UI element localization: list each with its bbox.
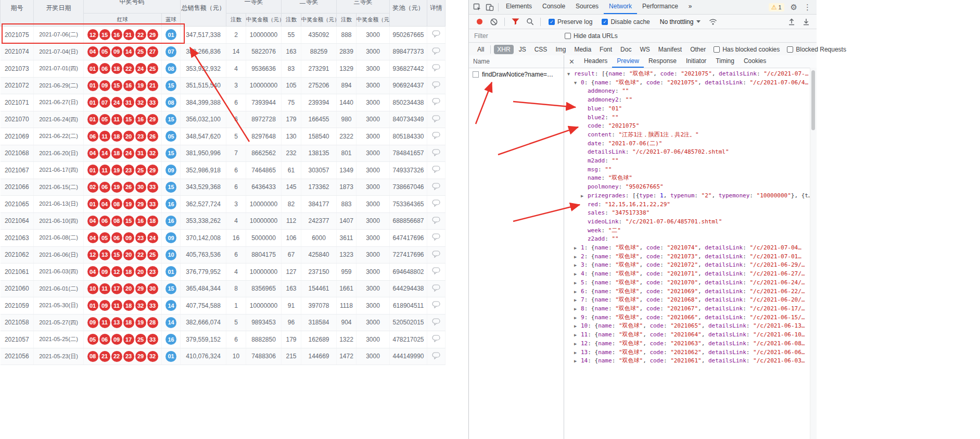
detail-bubble-icon[interactable] bbox=[432, 267, 441, 274]
detail-bubble-icon[interactable] bbox=[432, 166, 441, 173]
detail-bubble-icon[interactable] bbox=[432, 98, 441, 105]
json-tree-line[interactable]: ▼0: {name: "双色球", code: "2021075", detai… bbox=[564, 79, 810, 87]
detail-bubble-icon[interactable] bbox=[432, 233, 441, 241]
type-pill-ws[interactable]: WS bbox=[637, 45, 653, 54]
json-tree-line[interactable]: code: "2021075" bbox=[564, 122, 810, 131]
detail-bubble-icon[interactable] bbox=[432, 301, 441, 308]
json-tree-line[interactable]: addmoney2: "" bbox=[564, 96, 810, 105]
json-tree-line[interactable]: blue: "01" bbox=[564, 105, 810, 114]
type-pill-xhr[interactable]: XHR bbox=[494, 45, 513, 54]
detail-bubble-icon[interactable] bbox=[432, 149, 441, 156]
name-column-header[interactable]: Name bbox=[469, 55, 564, 68]
filter-input[interactable] bbox=[473, 32, 561, 40]
detail-bubble-icon[interactable] bbox=[432, 47, 441, 55]
filter-funnel-icon[interactable] bbox=[509, 16, 521, 28]
tab-elements[interactable]: Elements bbox=[501, 0, 537, 14]
json-tree-line[interactable]: name: "双色球" bbox=[564, 174, 810, 183]
close-icon[interactable]: ✕ bbox=[564, 58, 579, 66]
json-tree-line[interactable]: ▼result: [{name: "双色球", code: "2021075",… bbox=[564, 70, 810, 79]
triangle-collapsed-icon[interactable]: ▶ bbox=[574, 270, 581, 279]
json-tree-line[interactable]: date: "2021-07-06(二)" bbox=[564, 140, 810, 148]
json-tree-line[interactable]: sales: "347517338" bbox=[564, 209, 810, 218]
detail-bubble-icon[interactable] bbox=[432, 335, 441, 342]
network-conditions-icon[interactable] bbox=[707, 16, 719, 28]
type-pill-css[interactable]: CSS bbox=[531, 45, 551, 54]
kebab-menu-icon[interactable]: ⋮ bbox=[804, 3, 811, 12]
json-tree-line[interactable]: ▶5: {name: "双色球", code: "2021070", detai… bbox=[564, 279, 810, 287]
detail-bubble-icon[interactable] bbox=[432, 64, 441, 71]
scrollbar-thumb[interactable] bbox=[811, 70, 815, 130]
triangle-collapsed-icon[interactable]: ▶ bbox=[574, 357, 581, 366]
blocked-cookies-checkbox[interactable]: ✓ Has blocked cookies bbox=[714, 46, 780, 53]
detail-bubble-icon[interactable] bbox=[432, 217, 441, 224]
detail-bubble-icon[interactable] bbox=[432, 81, 441, 89]
preserve-log-checkbox[interactable]: ✓ Preserve log bbox=[549, 18, 592, 26]
detail-tab-initiator[interactable]: Initiator bbox=[681, 55, 711, 68]
json-tree-line[interactable]: addmoney: "" bbox=[564, 87, 810, 96]
json-tree-line[interactable]: ▶6: {name: "双色球", code: "2021069", detai… bbox=[564, 287, 810, 296]
detail-tab-headers[interactable]: Headers bbox=[579, 55, 612, 68]
clear-network-log-button[interactable] bbox=[488, 16, 500, 28]
json-tree-line[interactable]: videoLink: "/c/2021-07-06/485701.shtml" bbox=[564, 218, 810, 227]
throttling-select[interactable]: No throttling bbox=[660, 18, 701, 26]
triangle-collapsed-icon[interactable]: ▶ bbox=[574, 244, 581, 253]
json-tree-line[interactable]: ▶14: {name: "双色球", code: "2021061", deta… bbox=[564, 357, 810, 366]
json-tree-line[interactable]: ▶3: {name: "双色球", code: "2021072", detai… bbox=[564, 261, 810, 270]
json-tree-line[interactable]: ▶12: {name: "双色球", code: "2021063", deta… bbox=[564, 340, 810, 348]
type-pill-doc[interactable]: Doc bbox=[617, 45, 634, 54]
device-toolbar-icon[interactable] bbox=[483, 2, 496, 13]
detail-tab-cookies[interactable]: Cookies bbox=[739, 55, 771, 68]
json-tree-line[interactable]: msg: "" bbox=[564, 166, 810, 174]
type-pill-manifest[interactable]: Manifest bbox=[655, 45, 685, 54]
record-network-log-button[interactable] bbox=[473, 16, 486, 28]
triangle-collapsed-icon[interactable]: ▶ bbox=[574, 322, 581, 331]
detail-tab-response[interactable]: Response bbox=[644, 55, 681, 68]
settings-gear-icon[interactable]: ⚙ bbox=[791, 3, 797, 12]
json-tree-line[interactable]: poolmoney: "950267665" bbox=[564, 183, 810, 192]
hide-data-urls-checkbox[interactable]: ✓ Hide data URLs bbox=[565, 32, 618, 40]
triangle-expanded-icon[interactable]: ▼ bbox=[567, 70, 574, 79]
more-tabs-button[interactable]: » bbox=[683, 0, 697, 14]
json-tree-line[interactable]: red: "12,15,16,21,22,29" bbox=[564, 200, 810, 209]
json-tree-line[interactable]: ▶8: {name: "双色球", code: "2021067", detai… bbox=[564, 305, 810, 313]
triangle-collapsed-icon[interactable]: ▶ bbox=[574, 313, 581, 322]
disable-cache-checkbox[interactable]: ✓ Disable cache bbox=[602, 18, 650, 26]
triangle-collapsed-icon[interactable]: ▶ bbox=[574, 296, 581, 305]
export-har-icon[interactable] bbox=[800, 16, 812, 28]
detail-bubble-icon[interactable] bbox=[432, 132, 441, 139]
detail-bubble-icon[interactable] bbox=[432, 284, 441, 292]
json-tree-line[interactable]: ▶prizegrades: [{type: 1, typenum: "2", t… bbox=[564, 192, 810, 200]
detail-tab-preview[interactable]: Preview bbox=[612, 55, 644, 68]
json-tree-line[interactable]: z2add: "" bbox=[564, 235, 810, 244]
detail-bubble-icon[interactable] bbox=[432, 318, 441, 325]
json-tree-line[interactable]: detailsLink: "/c/2021-07-06/485702.shtml… bbox=[564, 148, 810, 157]
triangle-collapsed-icon[interactable]: ▶ bbox=[574, 305, 581, 313]
type-pill-all[interactable]: All bbox=[474, 45, 487, 54]
issues-warning-badge[interactable]: ⚠1 bbox=[769, 3, 784, 11]
inspect-element-icon[interactable] bbox=[471, 2, 483, 13]
tab-performance[interactable]: Performance bbox=[637, 0, 683, 14]
request-row[interactable]: findDrawNotice?name=… bbox=[469, 68, 564, 80]
detail-bubble-icon[interactable] bbox=[432, 30, 441, 37]
import-har-icon[interactable] bbox=[785, 16, 798, 28]
type-pill-img[interactable]: Img bbox=[552, 45, 569, 54]
json-tree-line[interactable]: ▶2: {name: "双色球", code: "2021073", detai… bbox=[564, 253, 810, 261]
json-tree-line[interactable]: ▶11: {name: "双色球", code: "2021064", deta… bbox=[564, 331, 810, 340]
json-tree-line[interactable]: ▶9: {name: "双色球", code: "2021066", detai… bbox=[564, 313, 810, 322]
json-tree-line[interactable]: content: "江苏1注，陕西1注，共2注。" bbox=[564, 131, 810, 140]
json-tree-line[interactable]: ▶7: {name: "双色球", code: "2021068", detai… bbox=[564, 296, 810, 305]
json-tree-line[interactable]: m2add: "" bbox=[564, 157, 810, 166]
type-pill-js[interactable]: JS bbox=[516, 45, 529, 54]
blocked-requests-checkbox[interactable]: ✓ Blocked Requests bbox=[787, 46, 846, 53]
tab-sources[interactable]: Sources bbox=[570, 0, 604, 14]
triangle-collapsed-icon[interactable]: ▶ bbox=[581, 192, 588, 200]
detail-bubble-icon[interactable] bbox=[432, 250, 441, 258]
detail-bubble-icon[interactable] bbox=[432, 199, 441, 207]
json-tree-line[interactable]: ▶1: {name: "双色球", code: "2021074", detai… bbox=[564, 244, 810, 253]
triangle-collapsed-icon[interactable]: ▶ bbox=[574, 261, 581, 270]
triangle-collapsed-icon[interactable]: ▶ bbox=[574, 287, 581, 296]
type-pill-other[interactable]: Other bbox=[687, 45, 709, 54]
type-pill-font[interactable]: Font bbox=[596, 45, 615, 54]
json-tree-line[interactable]: ▶10: {name: "双色球", code: "2021065", deta… bbox=[564, 322, 810, 331]
json-tree-line[interactable]: ▶4: {name: "双色球", code: "2021071", detai… bbox=[564, 270, 810, 279]
